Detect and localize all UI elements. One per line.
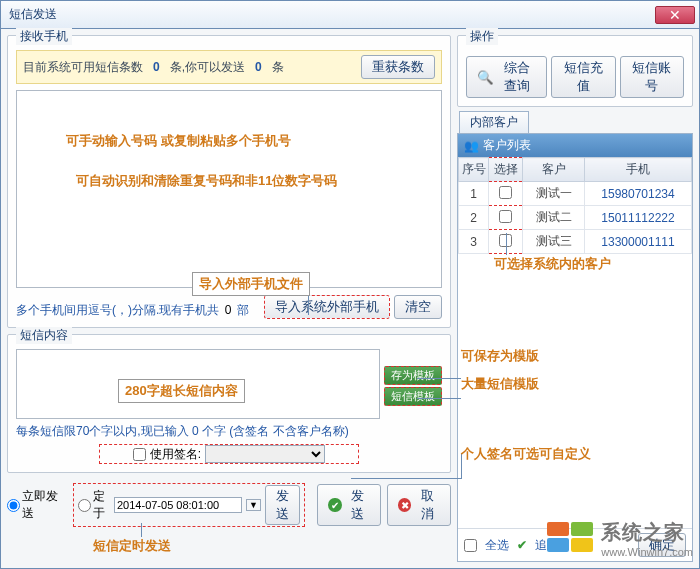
schedule-time-input[interactable] <box>114 497 242 513</box>
import-phones-button[interactable]: 导入系统外部手机 <box>264 295 390 319</box>
window-title: 短信发送 <box>5 6 655 23</box>
content-group: 短信内容 存为模板 短信模板 280字超长短信内容 每条短信限70个字以内,现已… <box>7 334 451 473</box>
query-button[interactable]: 🔍综合查询 <box>466 56 547 98</box>
use-signature-label: 使用签名: <box>150 446 201 463</box>
send-row: 立即发送 定于 ▼ 发送 ✔发送 ✖取消 <box>7 479 451 527</box>
confirm-button[interactable]: 确定 <box>638 533 686 557</box>
search-icon: 🔍 <box>477 70 494 85</box>
clear-phones-button[interactable]: 清空 <box>394 295 442 319</box>
close-icon: ✕ <box>669 7 681 23</box>
quota-prefix: 目前系统可用短信条数 <box>23 59 143 76</box>
phone-hint: 多个手机间用逗号(，)分隔.现有手机共 0 部 <box>16 302 249 319</box>
table-row[interactable]: 2 测试二 15011112222 <box>459 206 692 230</box>
add-icon: ✔ <box>517 538 527 552</box>
save-template-button[interactable]: 存为模板 <box>384 366 442 385</box>
row-select-checkbox[interactable] <box>499 210 512 223</box>
quota-info: 目前系统可用短信条数 0 条,你可以发送 0 条 重获条数 <box>16 50 442 84</box>
customer-panel-footer: 全选 ✔ 追加 确定 <box>458 528 692 561</box>
ops-group: 操作 🔍综合查询 短信充值 短信账号 <box>457 35 693 107</box>
col-select: 选择 <box>489 158 523 182</box>
titlebar: 短信发送 ✕ <box>1 1 699 29</box>
quota-count: 0 <box>149 60 164 74</box>
customer-panel-header: 👥 客户列表 <box>458 134 692 157</box>
table-row[interactable]: 3 测试三 13300001111 <box>459 230 692 254</box>
append-button[interactable]: 追加 <box>535 537 559 554</box>
phone-input[interactable] <box>16 90 442 288</box>
content-hint: 每条短信限70个字以内,现已输入 0 个字 (含签名 不含客户名称) <box>16 423 442 440</box>
row-select-checkbox[interactable] <box>499 186 512 199</box>
select-all-label[interactable]: 全选 <box>485 537 509 554</box>
ops-group-title: 操作 <box>466 28 498 45</box>
quota-send: 0 <box>251 60 266 74</box>
receive-group-title: 接收手机 <box>16 28 72 45</box>
quota-unit2: 条 <box>272 59 284 76</box>
tab-internal-customers[interactable]: 内部客户 <box>459 111 529 133</box>
use-signature-checkbox[interactable] <box>133 448 146 461</box>
row-select-checkbox[interactable] <box>499 234 512 247</box>
sms-template-button[interactable]: 短信模板 <box>384 387 442 406</box>
dropdown-icon[interactable]: ▼ <box>246 499 261 511</box>
send-now-radio[interactable]: 立即发送 <box>7 488 67 522</box>
send-button[interactable]: ✔发送 <box>317 484 381 526</box>
receive-group: 接收手机 目前系统可用短信条数 0 条,你可以发送 0 条 重获条数 可手动输入… <box>7 35 451 328</box>
app-window: 短信发送 ✕ 接收手机 目前系统可用短信条数 0 条,你可以发送 0 条 重获条… <box>0 0 700 569</box>
annot-select-customers: 可选择系统内的客户 <box>494 255 611 273</box>
col-index: 序号 <box>459 158 489 182</box>
users-icon: 👥 <box>464 139 479 153</box>
customer-panel: 👥 客户列表 序号 选择 客户 手机 <box>457 133 693 562</box>
sms-content-input[interactable] <box>16 349 380 419</box>
close-button[interactable]: ✕ <box>655 6 695 24</box>
schedule-submit-button[interactable]: 发送 <box>265 485 300 525</box>
recharge-button[interactable]: 短信充值 <box>551 56 615 98</box>
send-at-radio[interactable]: 定于 <box>78 488 110 522</box>
refresh-quota-button[interactable]: 重获条数 <box>361 55 435 79</box>
quota-unit1: 条,你可以发送 <box>170 59 245 76</box>
table-row[interactable]: 1 测试一 15980701234 <box>459 182 692 206</box>
send-icon: ✔ <box>328 498 341 512</box>
cancel-button[interactable]: ✖取消 <box>387 484 451 526</box>
content-group-title: 短信内容 <box>16 327 72 344</box>
cancel-icon: ✖ <box>398 498 411 512</box>
col-name: 客户 <box>523 158 585 182</box>
signature-select[interactable] <box>205 445 325 463</box>
col-phone: 手机 <box>585 158 692 182</box>
account-button[interactable]: 短信账号 <box>620 56 684 98</box>
customer-table: 序号 选择 客户 手机 1 测试一 15980701234 <box>458 157 692 254</box>
select-all-checkbox[interactable] <box>464 539 477 552</box>
